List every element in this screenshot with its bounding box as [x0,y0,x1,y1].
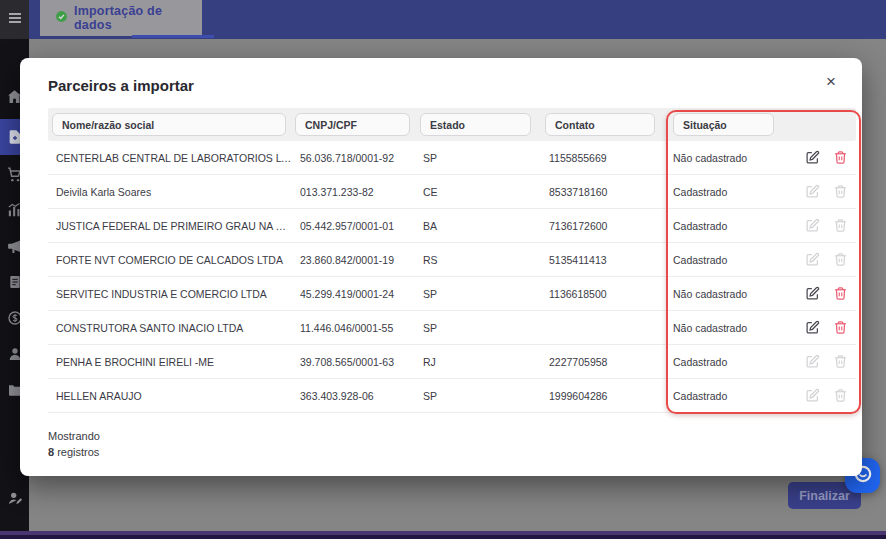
cell-actions [790,150,856,165]
cell-actions [790,388,856,403]
close-icon[interactable]: × [820,72,842,91]
sidebar-item-user-edit[interactable] [0,483,29,513]
cell-state: RS [418,254,543,266]
table-row: CONSTRUTORA SANTO INACIO LTDA11.446.046/… [48,311,856,345]
hamburger-icon [7,10,23,30]
delete-icon[interactable] [833,150,848,165]
column-header-state [418,113,543,136]
partners-table: CENTERLAB CENTRAL DE LABORATORIOS LTDA56… [48,108,856,413]
filter-doc-input[interactable] [295,113,410,136]
cell-state: CE [418,186,543,198]
cell-status: Cadastrado [666,220,790,232]
delete-icon [833,184,848,199]
cell-doc: 39.708.565/0001-63 [293,356,418,368]
table-row: HELLEN ARAUJO363.403.928-06SP1999604286C… [48,379,856,413]
cell-state: SP [418,322,543,334]
delete-icon [833,218,848,233]
cell-contact: 7136172600 [543,220,666,232]
cell-doc: 11.446.046/0001-55 [293,322,418,334]
cell-contact: 1155855669 [543,152,666,164]
cell-doc: 56.036.718/0001-92 [293,152,418,164]
cell-name: CONSTRUTORA SANTO INACIO LTDA [48,322,293,334]
edit-icon [805,354,820,369]
cell-actions [790,320,856,335]
edit-icon [805,252,820,267]
tab-importacao-de-dados[interactable]: Importação de dados [40,0,202,36]
table-row: FORTE NVT COMERCIO DE CALCADOS LTDA23.86… [48,243,856,277]
cell-contact: 8533718160 [543,186,666,198]
showing-label: Mostrando [48,430,100,442]
cell-doc: 45.299.419/0001-24 [293,288,418,300]
user-edit-icon [7,490,23,506]
column-header-status [666,113,790,136]
table-row: PENHA E BROCHINI EIRELI -ME39.708.565/00… [48,345,856,379]
cell-actions [790,252,856,267]
active-tab-indicator [132,35,214,38]
menu-toggle-button[interactable] [0,0,29,39]
app-root: Importação de dados Finalizar Parceiros … [0,0,886,539]
cell-actions [790,354,856,369]
record-count: Mostrando 8 registros [48,429,100,461]
check-circle-icon [55,9,68,27]
edit-icon [805,218,820,233]
edit-icon[interactable] [805,286,820,301]
cell-status: Não cadastrado [666,288,790,300]
column-header-name [48,113,293,136]
cell-status: Cadastrado [666,254,790,266]
cell-status: Não cadastrado [666,322,790,334]
cell-contact: 2227705958 [543,356,666,368]
table-header-row [48,108,856,141]
import-partners-modal: Parceiros a importar × CENTERLAB CENTRAL… [20,58,862,476]
table-body: CENTERLAB CENTRAL DE LABORATORIOS LTDA56… [48,141,856,413]
table-row: CENTERLAB CENTRAL DE LABORATORIOS LTDA56… [48,141,856,175]
edit-icon [805,388,820,403]
cell-status: Não cadastrado [666,152,790,164]
filter-state-input[interactable] [420,113,531,136]
cell-name: CENTERLAB CENTRAL DE LABORATORIOS LTDA [48,152,293,164]
delete-icon[interactable] [833,320,848,335]
edit-icon[interactable] [805,150,820,165]
filter-status-input[interactable] [673,113,774,136]
modal-title: Parceiros a importar [48,77,194,94]
edit-icon [805,184,820,199]
top-bar: Importação de dados [29,0,886,39]
cell-state: BA [418,220,543,232]
cell-state: SP [418,152,543,164]
delete-icon [833,354,848,369]
filter-contact-input[interactable] [545,113,655,136]
cell-state: RJ [418,356,543,368]
cell-actions [790,184,856,199]
filter-name-input[interactable] [52,113,286,136]
table-row: Deivila Karla Soares013.371.233-82CE8533… [48,175,856,209]
tab-label: Importação de dados [74,4,202,32]
cell-doc: 23.860.842/0001-19 [293,254,418,266]
cell-name: HELLEN ARAUJO [48,390,293,402]
cell-name: FORTE NVT COMERCIO DE CALCADOS LTDA [48,254,293,266]
delete-icon [833,252,848,267]
cell-doc: 05.442.957/0001-01 [293,220,418,232]
cell-actions [790,286,856,301]
cell-contact: 5135411413 [543,254,666,266]
cell-actions [790,218,856,233]
cell-name: PENHA E BROCHINI EIRELI -ME [48,356,293,368]
cell-state: SP [418,288,543,300]
cell-contact: 1999604286 [543,390,666,402]
cell-status: Cadastrado [666,186,790,198]
records-label: registros [57,446,99,458]
table-row: SERVITEC INDUSTRIA E COMERCIO LTDA45.299… [48,277,856,311]
delete-icon [833,388,848,403]
record-count-value: 8 [48,446,54,458]
bottom-bar [0,531,886,539]
cell-name: JUSTICA FEDERAL DE PRIMEIRO GRAU NA BAHI… [48,220,293,232]
cell-name: Deivila Karla Soares [48,186,293,198]
edit-icon[interactable] [805,320,820,335]
cell-status: Cadastrado [666,356,790,368]
cell-doc: 013.371.233-82 [293,186,418,198]
column-header-contact [543,113,666,136]
table-row: JUSTICA FEDERAL DE PRIMEIRO GRAU NA BAHI… [48,209,856,243]
cell-doc: 363.403.928-06 [293,390,418,402]
cell-contact: 1136618500 [543,288,666,300]
delete-icon[interactable] [833,286,848,301]
cell-status: Cadastrado [666,390,790,402]
cell-state: SP [418,390,543,402]
